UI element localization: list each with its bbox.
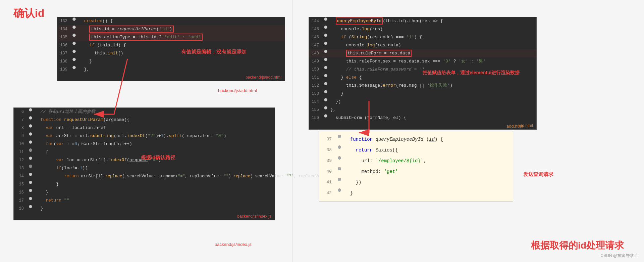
code-line: 6 // 获取url地址上面的参数	[14, 108, 275, 116]
page-title: 确认id	[13, 6, 44, 21]
breakpoint	[29, 197, 32, 200]
breakpoint	[324, 42, 327, 45]
annotation-query-request: 发送查询请求	[523, 171, 553, 178]
breakpoint	[338, 167, 341, 170]
code-line: 8 var url = location.href	[14, 124, 275, 132]
code-line: 41 })	[319, 177, 513, 188]
code-line: 13 if(loc!=-1){	[14, 164, 275, 172]
code-line: 153 }	[309, 90, 536, 98]
code-line: 18 }	[14, 205, 275, 213]
breakpoint	[29, 173, 32, 176]
code-line: 133 created() {	[57, 17, 285, 25]
breakpoint	[338, 188, 341, 192]
breakpoint	[338, 178, 341, 181]
code-line: 146 if (String(res.code) === '1') {	[309, 33, 536, 41]
code-line: 139 },	[57, 66, 285, 74]
breakpoint	[324, 17, 327, 21]
code-line: 152 this.$message.error(res.msg || '操作失败…	[309, 82, 536, 90]
breakpoint	[338, 145, 341, 149]
breakpoint	[72, 58, 76, 61]
annotation-confirm-path: 根据id确认路径	[141, 155, 175, 161]
breakpoint	[29, 116, 32, 120]
code-line: 10 for(var i =0;i<arrStr.length;i++)	[14, 140, 275, 148]
breakpoint	[29, 108, 32, 112]
breakpoint	[324, 98, 327, 101]
code-line: 38 return $axios({	[319, 145, 513, 156]
code-line: 9 var arrStr = url.substring(url.indexOf…	[14, 132, 275, 140]
code-line: 39 url: `/employee/${id}`,	[319, 156, 513, 166]
bottom-right-title: 根据取得的id处理请求	[531, 239, 624, 252]
file-label-left-top: backend/js/add.html	[57, 74, 285, 81]
breakpoint	[29, 148, 32, 152]
breakpoint	[29, 165, 32, 168]
right-bottom-code-block: 37 function queryEmployeeById (id) { 38 …	[319, 131, 513, 202]
code-line: 135 this.actionType = this.id ? 'edit' :…	[57, 33, 285, 41]
code-line: 16 }	[14, 188, 275, 196]
code-line: 14 return arrStr[i].replace( searchValue…	[14, 172, 275, 180]
breakpoint	[324, 34, 327, 37]
code-line: 17 return ""	[14, 196, 275, 205]
breakpoint	[72, 66, 76, 69]
code-line: 136 if (this.id) {	[57, 41, 285, 49]
code-line: 137 this.init()	[57, 49, 285, 57]
breakpoint	[29, 181, 32, 184]
code-line: 138 }	[57, 57, 285, 66]
breakpoint	[324, 82, 327, 85]
annotation-form-data: 把值赋值给表单，通过elementui进行渲染数据	[423, 70, 520, 76]
code-line: 144 queryEmployeeById(this.id).then(res …	[309, 17, 536, 25]
breakpoint	[72, 34, 76, 37]
file-label-lb: backend/js/index.js	[215, 242, 252, 247]
breakpoint	[29, 205, 32, 208]
breakpoint	[29, 157, 32, 160]
breakpoint	[29, 132, 32, 136]
breakpoint	[72, 50, 76, 53]
code-line: 155 },	[309, 106, 536, 114]
file-label-left-bottom: backend/js/index.js	[14, 213, 275, 220]
breakpoint	[72, 17, 76, 21]
code-line: 147 console.log(res.data)	[309, 41, 536, 49]
breakpoint	[324, 58, 327, 61]
code-line: 134 this.id = requestUrlParam('id')	[57, 25, 285, 33]
code-line: 156 submitForm (formName, el) {	[309, 114, 536, 122]
breakpoint	[324, 106, 327, 110]
file-label-right-top: add.html	[309, 122, 536, 129]
breakpoint	[29, 189, 32, 192]
code-line: 145 console.log(res)	[309, 25, 536, 33]
annotation-edit-add: 有值就是编辑，没有就是添加	[181, 49, 247, 55]
breakpoint	[338, 135, 341, 138]
breakpoint	[324, 50, 327, 53]
breakpoint	[72, 42, 76, 45]
breakpoint	[29, 124, 32, 128]
breakpoint	[338, 156, 341, 160]
csdn-watermark: CSDN @东篱与锄宝	[600, 253, 637, 259]
breakpoint	[72, 26, 76, 29]
code-line: 40 method: 'get'	[319, 166, 513, 177]
file-label-rt: add.html	[506, 124, 523, 129]
code-line: 37 function queryEmployeeById (id) {	[319, 134, 513, 145]
code-line: 148 this.ruleForm = res.data	[309, 49, 536, 57]
breakpoint	[324, 66, 327, 69]
code-line: 154 })	[309, 98, 536, 106]
left-bottom-code-block: 6 // 获取url地址上面的参数 7 function requestUrlP…	[13, 107, 275, 220]
breakpoint	[324, 26, 327, 29]
code-line: 149 this.ruleForm.sex = res.data.sex ===…	[309, 57, 536, 66]
divider	[292, 0, 292, 262]
code-line: 7 function requestUrlParam(argname){	[14, 116, 275, 124]
code-line: 15 }	[14, 180, 275, 188]
breakpoint	[324, 74, 327, 77]
breakpoint	[29, 140, 32, 144]
file-label-lt: backend/js/add.html	[218, 88, 257, 93]
breakpoint	[324, 114, 327, 118]
code-line: 42 }	[319, 188, 513, 199]
breakpoint	[324, 90, 327, 93]
left-top-code-block: 133 created() { 134 this.id = requestUrl…	[57, 17, 285, 81]
